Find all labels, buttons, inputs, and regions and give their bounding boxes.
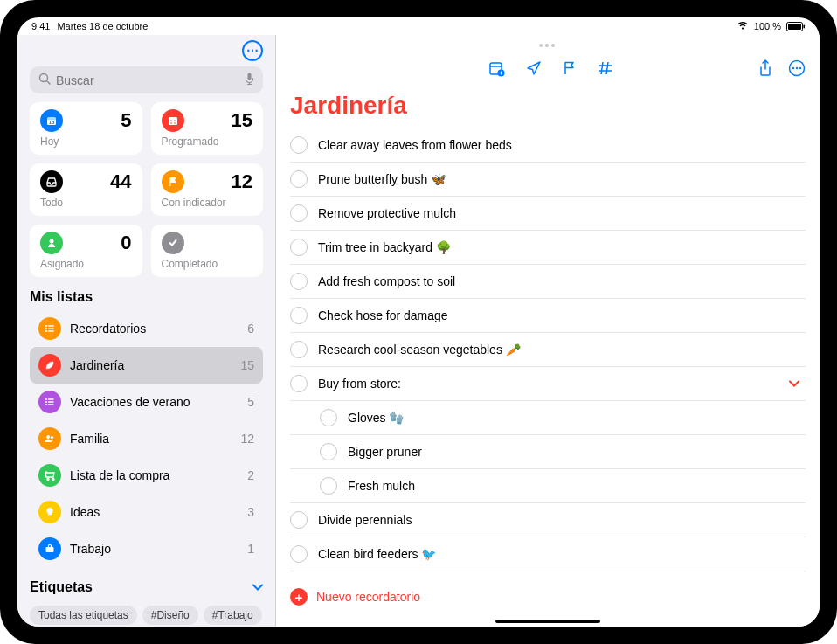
calendar-icon bbox=[162, 109, 184, 132]
sidebar: ⋯ 18 bbox=[17, 35, 276, 627]
reminder-row[interactable]: Check hose for damage bbox=[290, 299, 806, 333]
search-field[interactable] bbox=[30, 66, 263, 93]
reminder-text: Remove protective mulch bbox=[318, 206, 806, 220]
content-title: Jardinería bbox=[276, 88, 820, 128]
reminder-checkbox[interactable] bbox=[290, 375, 308, 392]
list-count: 1 bbox=[247, 542, 254, 556]
reminder-checkbox[interactable] bbox=[290, 204, 308, 222]
reminder-row[interactable]: Clear away leaves from flower beds bbox=[290, 128, 806, 163]
reminder-row[interactable]: Clean bird feeders 🐦 bbox=[290, 537, 806, 571]
smart-flagged[interactable]: 12 Con indicador bbox=[151, 163, 264, 216]
smart-today[interactable]: 18 5 Hoy bbox=[30, 102, 142, 155]
reminder-checkbox[interactable] bbox=[290, 273, 308, 290]
list-item[interactable]: Jardinería 15 bbox=[30, 347, 263, 384]
reminder-row[interactable]: Add fresh compost to soil bbox=[290, 265, 806, 299]
list-count: 3 bbox=[247, 505, 254, 519]
reminder-row[interactable]: Bigger pruner bbox=[290, 435, 806, 469]
list-icon bbox=[38, 464, 61, 487]
tag-chip[interactable]: #Diseño bbox=[142, 606, 198, 625]
list-item[interactable]: Trabajo 1 bbox=[30, 530, 263, 567]
reminder-checkbox[interactable] bbox=[290, 136, 308, 154]
list-name: Ideas bbox=[70, 505, 239, 519]
reminder-text: Add fresh compost to soil bbox=[318, 274, 806, 288]
chevron-down-icon[interactable] bbox=[788, 377, 806, 391]
reminder-checkbox[interactable] bbox=[320, 443, 337, 460]
list-name: Vacaciones de verano bbox=[70, 395, 239, 409]
list-name: Trabajo bbox=[70, 542, 239, 556]
reminder-row[interactable]: Prune butterfly bush 🦋 bbox=[290, 163, 806, 197]
svg-rect-29 bbox=[46, 547, 54, 552]
reminder-row[interactable]: Fresh mulch bbox=[290, 469, 806, 503]
share-icon[interactable] bbox=[758, 59, 772, 81]
search-icon bbox=[38, 73, 51, 87]
reminder-text: Clean bird feeders 🐦 bbox=[318, 547, 806, 561]
svg-point-17 bbox=[45, 330, 47, 332]
svg-line-4 bbox=[47, 81, 51, 85]
battery-icon bbox=[786, 22, 806, 31]
status-bar: 9:41 Martes 18 de octubre 100 % bbox=[17, 17, 820, 35]
svg-point-15 bbox=[45, 325, 47, 327]
flag-icon[interactable] bbox=[563, 60, 577, 81]
svg-point-23 bbox=[45, 404, 47, 405]
hashtag-icon[interactable] bbox=[598, 60, 613, 81]
list-name: Jardinería bbox=[70, 358, 232, 372]
multitask-grabber[interactable]: ••• bbox=[276, 35, 820, 56]
list-name: Lista de la compra bbox=[70, 468, 239, 482]
checkmark-icon bbox=[162, 232, 184, 254]
calendar-add-icon[interactable] bbox=[488, 60, 505, 81]
reminder-text: Check hose for damage bbox=[318, 308, 806, 322]
reminder-row[interactable]: Trim tree in backyard 🌳 bbox=[290, 231, 806, 265]
reminder-text: Clear away leaves from flower beds bbox=[318, 138, 806, 152]
smart-assigned[interactable]: 0 Asignado bbox=[30, 225, 142, 277]
tags-header[interactable]: Etiquetas bbox=[17, 567, 275, 600]
search-input[interactable] bbox=[56, 73, 239, 87]
chevron-down-icon bbox=[252, 581, 263, 593]
calendar-icon: 18 bbox=[40, 109, 63, 132]
list-icon bbox=[38, 537, 61, 560]
svg-rect-2 bbox=[804, 24, 806, 28]
tag-chip[interactable]: Todas las etiquetas bbox=[30, 606, 137, 625]
list-icon bbox=[38, 354, 61, 377]
svg-point-16 bbox=[45, 328, 47, 329]
svg-point-36 bbox=[799, 67, 801, 69]
smart-completed[interactable]: Completado bbox=[151, 225, 264, 277]
svg-rect-5 bbox=[248, 73, 252, 80]
reminder-row[interactable]: Research cool-season vegetables 🥕 bbox=[290, 333, 806, 367]
reminder-checkbox[interactable] bbox=[290, 511, 308, 529]
reminder-text: Buy from store: bbox=[318, 377, 778, 391]
smart-all[interactable]: 44 Todo bbox=[30, 163, 142, 216]
reminder-row[interactable]: Remove protective mulch bbox=[290, 197, 806, 231]
list-count: 12 bbox=[240, 432, 254, 446]
content-pane: ••• bbox=[276, 35, 820, 627]
reminder-checkbox[interactable] bbox=[320, 477, 337, 495]
list-item[interactable]: Ideas 3 bbox=[30, 494, 263, 530]
list-item[interactable]: Lista de la compra 2 bbox=[30, 457, 263, 494]
smart-scheduled[interactable]: 15 Programado bbox=[151, 102, 264, 155]
list-count: 2 bbox=[247, 468, 254, 482]
reminder-checkbox[interactable] bbox=[290, 170, 308, 188]
battery-pct: 100 % bbox=[754, 21, 781, 31]
list-item[interactable]: Familia 12 bbox=[30, 420, 263, 457]
more-icon[interactable] bbox=[788, 59, 806, 81]
location-icon[interactable] bbox=[526, 60, 542, 81]
reminder-checkbox[interactable] bbox=[290, 239, 308, 256]
svg-point-34 bbox=[792, 67, 794, 69]
list-item[interactable]: Recordatorios 6 bbox=[30, 310, 263, 347]
sidebar-more-button[interactable]: ⋯ bbox=[242, 40, 263, 61]
reminder-checkbox[interactable] bbox=[320, 409, 337, 426]
new-reminder-button[interactable]: + Nuevo recordatorio bbox=[276, 576, 820, 618]
mic-icon[interactable] bbox=[245, 73, 254, 87]
svg-point-21 bbox=[45, 398, 47, 400]
tray-icon bbox=[40, 170, 63, 193]
reminder-checkbox[interactable] bbox=[290, 307, 308, 324]
tag-chip[interactable]: #Trabajo bbox=[204, 606, 262, 625]
reminder-checkbox[interactable] bbox=[290, 341, 308, 358]
home-indicator[interactable] bbox=[495, 620, 600, 623]
reminder-checkbox[interactable] bbox=[290, 545, 308, 563]
svg-rect-9 bbox=[169, 117, 177, 125]
person-icon bbox=[40, 232, 63, 254]
reminder-row[interactable]: Gloves 🧤 bbox=[290, 401, 806, 435]
reminder-row[interactable]: Buy from store: bbox=[290, 367, 806, 401]
reminder-row[interactable]: Divide perennials bbox=[290, 503, 806, 537]
list-item[interactable]: Vacaciones de verano 5 bbox=[30, 384, 263, 420]
